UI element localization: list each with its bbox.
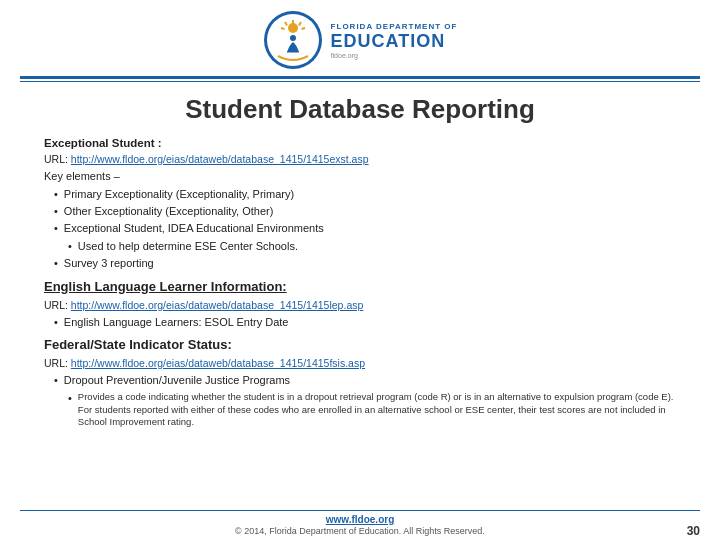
header-line-thick — [20, 76, 700, 79]
svg-point-8 — [290, 35, 296, 41]
header: FLORIDA DEPARTMENT OF EDUCATION fldoe.or… — [0, 0, 720, 74]
exceptional-student-bullets: Primary Exceptionality (Exceptionality, … — [54, 187, 676, 237]
footer-url-link[interactable]: www.fldoe.org — [326, 514, 395, 525]
page-number: 30 — [687, 524, 700, 538]
list-item: Other Exceptionality (Exceptionality, Ot… — [54, 204, 676, 220]
english-learner-url-line: URL: http://www.fldoe.org/eias/dataweb/d… — [44, 298, 676, 313]
federal-state-heading: Federal/State Indicator Status: — [44, 336, 676, 355]
english-learner-url-link[interactable]: http://www.fldoe.org/eias/dataweb/databa… — [71, 299, 363, 311]
list-item: Used to help determine ESE Center School… — [68, 239, 676, 255]
list-item: English Language Learners: ESOL Entry Da… — [54, 315, 676, 331]
footer: www.fldoe.org © 2014, Florida Department… — [20, 510, 700, 540]
exceptional-student-sub-bullets: Used to help determine ESE Center School… — [68, 239, 676, 255]
logo-state-text: FLORIDA DEPARTMENT OF — [331, 22, 458, 31]
survey-bullet-list: Survey 3 reporting — [54, 256, 676, 272]
list-item: Survey 3 reporting — [54, 256, 676, 272]
federal-state-url-line: URL: http://www.fldoe.org/eias/dataweb/d… — [44, 356, 676, 371]
logo-container: FLORIDA DEPARTMENT OF EDUCATION fldoe.or… — [263, 10, 458, 70]
svg-point-2 — [288, 23, 298, 33]
fldoe-logo-icon — [263, 10, 323, 70]
logo-education-text: EDUCATION — [331, 31, 458, 52]
english-learner-section: English Language Learner Information: UR… — [44, 278, 676, 331]
svg-line-7 — [281, 28, 285, 29]
federal-state-bullets: Dropout Prevention/Juvenile Justice Prog… — [54, 373, 676, 389]
exceptional-student-url-line: URL: http://www.fldoe.org/eias/dataweb/d… — [44, 152, 676, 167]
federal-state-url-link[interactable]: http://www.fldoe.org/eias/dataweb/databa… — [71, 357, 365, 369]
list-item: Primary Exceptionality (Exceptionality, … — [54, 187, 676, 203]
exceptional-student-url-label: URL: — [44, 153, 71, 165]
svg-line-5 — [301, 28, 305, 29]
exceptional-student-heading: Exceptional Student : — [44, 137, 162, 149]
page: FLORIDA DEPARTMENT OF EDUCATION fldoe.or… — [0, 0, 720, 540]
exceptional-student-section: Exceptional Student : URL: http://www.fl… — [44, 135, 676, 272]
footer-copyright: © 2014, Florida Department of Education.… — [235, 526, 485, 536]
list-item: Dropout Prevention/Juvenile Justice Prog… — [54, 373, 676, 389]
key-elements-label: Key elements – — [44, 169, 676, 185]
english-learner-heading: English Language Learner Information: — [44, 278, 676, 297]
federal-state-sub-bullets: Provides a code indicating whether the s… — [68, 391, 676, 429]
list-item: Exceptional Student, IDEA Educational En… — [54, 221, 676, 237]
main-content: Exceptional Student : URL: http://www.fl… — [0, 131, 720, 506]
english-learner-url-label: URL: — [44, 299, 71, 311]
page-title: Student Database Reporting — [0, 82, 720, 131]
federal-state-sub-text: Provides a code indicating whether the s… — [78, 391, 676, 429]
exceptional-student-url-link[interactable]: http://www.fldoe.org/eias/dataweb/databa… — [71, 153, 369, 165]
federal-state-section: Federal/State Indicator Status: URL: htt… — [44, 336, 676, 429]
logo-text: FLORIDA DEPARTMENT OF EDUCATION fldoe.or… — [331, 22, 458, 59]
federal-state-url-label: URL: — [44, 357, 71, 369]
logo-fldoe-text: fldoe.org — [331, 52, 458, 59]
english-learner-bullets: English Language Learners: ESOL Entry Da… — [54, 315, 676, 331]
list-item: Provides a code indicating whether the s… — [68, 391, 676, 429]
